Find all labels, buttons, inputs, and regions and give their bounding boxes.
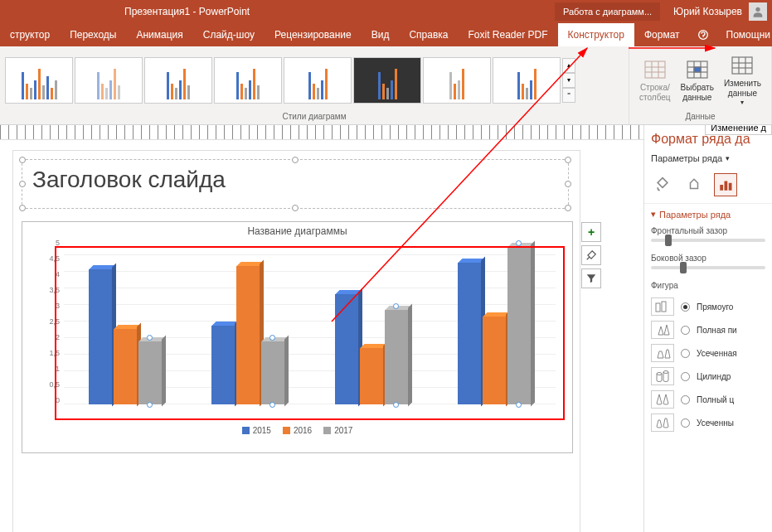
bar[interactable] — [114, 329, 137, 404]
gallery-more-icon[interactable]: ⁼ — [562, 88, 575, 103]
svg-rect-13 — [732, 57, 752, 74]
chart-style-7[interactable] — [423, 57, 491, 104]
tab-chart-format[interactable]: Формат — [634, 23, 690, 46]
bar[interactable] — [89, 269, 112, 404]
bar[interactable] — [236, 266, 260, 404]
bar[interactable] — [261, 341, 284, 404]
chart-style-3[interactable] — [144, 57, 212, 104]
tab-help[interactable]: Справка — [399, 23, 458, 46]
tooltip: Изменение д — [705, 125, 772, 135]
svg-rect-21 — [720, 185, 723, 191]
format-pane: Изменение д Формат ряда да Параметры ряд… — [643, 125, 772, 532]
slide-title-placeholder[interactable]: Заголовок слайда — [22, 159, 569, 209]
gallery-scroll-controls: ▴ ▾ ⁼ — [562, 58, 575, 103]
box-shape-icon — [651, 297, 674, 316]
tab-foxit[interactable]: Foxit Reader PDF — [458, 23, 557, 46]
bar[interactable] — [458, 263, 481, 404]
tab-assistant[interactable]: Помощни — [716, 23, 772, 46]
tell-me-icon[interactable] — [690, 23, 716, 46]
trunc-pyramid-shape-icon — [651, 344, 674, 362]
svg-rect-25 — [662, 302, 666, 312]
pyramid-shape-icon — [651, 321, 674, 339]
bar-cluster[interactable] — [89, 269, 162, 404]
ribbon-group-data: Строка/ столбец Выбрать данные Изменить … — [629, 46, 772, 124]
tab-chart-design[interactable]: Конструктор — [558, 23, 634, 46]
chart-tools-contextual-tab[interactable]: Работа с диаграмм... — [555, 2, 660, 21]
section-header-series[interactable]: ▾ Параметры ряда — [651, 209, 765, 220]
shape-label: Фигура — [651, 281, 765, 290]
switch-row-column-button: Строка/ столбец — [634, 55, 676, 106]
user-avatar-icon[interactable] — [749, 2, 767, 21]
tab-transitions[interactable]: Переходы — [60, 23, 126, 46]
ribbon-tabs: структор Переходы Анимация Слайд-шоу Рец… — [0, 23, 772, 46]
shape-option-full-cone[interactable]: Полный ц — [651, 388, 765, 411]
gallery-up-icon[interactable]: ▴ — [562, 58, 575, 73]
chart-title[interactable]: Название диаграммы — [22, 222, 572, 239]
chart-elements-button[interactable]: + — [581, 222, 601, 242]
chart-style-gallery — [5, 57, 561, 104]
bar[interactable] — [507, 247, 531, 404]
chart-legend[interactable]: 2015 2016 2017 — [22, 421, 572, 440]
bar-cluster[interactable] — [335, 294, 408, 404]
fill-line-tab-icon[interactable] — [651, 173, 674, 196]
svg-point-0 — [755, 7, 760, 12]
chart-style-1[interactable] — [5, 57, 73, 104]
chart-style-4[interactable] — [214, 57, 282, 104]
bar[interactable] — [385, 310, 408, 404]
user-name[interactable]: Юрий Козырев — [667, 6, 749, 17]
title-bar: Презентация1 - PowerPoint Работа с диагр… — [0, 0, 772, 23]
shape-option-partial-cone[interactable]: Усеченны — [651, 411, 765, 434]
slide[interactable]: Заголовок слайда Название диаграммы 00,5… — [12, 150, 580, 532]
bar[interactable] — [483, 317, 506, 404]
bar[interactable] — [360, 348, 383, 404]
shape-option-full-pyramid[interactable]: Полная пи — [651, 318, 765, 341]
chart-style-8[interactable] — [493, 57, 561, 104]
switch-row-column-icon — [643, 58, 667, 81]
chart-styles-button[interactable] — [581, 245, 601, 265]
shape-option-partial-pyramid[interactable]: Усеченная — [651, 341, 765, 365]
format-pane-subtitle[interactable]: Параметры ряда▾ — [644, 150, 772, 167]
app-title: Презентация1 - PowerPoint — [0, 6, 555, 17]
format-pane-tabs — [644, 167, 772, 203]
cone-shape-icon — [651, 390, 674, 409]
svg-rect-12 — [694, 67, 701, 72]
y-axis: 00,511,522,533,544,55 — [27, 239, 60, 404]
chart-style-6[interactable] — [353, 57, 421, 104]
tab-slideshow[interactable]: Слайд-шоу — [193, 23, 265, 46]
front-gap-slider[interactable]: Фронтальный зазор — [651, 226, 765, 242]
svg-rect-2 — [645, 61, 665, 78]
chart-filters-button[interactable] — [581, 268, 601, 288]
chart-style-2[interactable] — [75, 57, 143, 104]
select-data-icon — [686, 58, 709, 81]
chart-plot-area[interactable]: 00,511,522,533,544,55 — [22, 239, 572, 421]
chart-object[interactable]: Название диаграммы 00,511,522,533,544,55… — [22, 221, 573, 453]
effects-tab-icon[interactable] — [682, 173, 706, 196]
chart-style-5[interactable] — [284, 57, 352, 104]
gallery-down-icon[interactable]: ▾ — [562, 73, 575, 88]
bar-cluster[interactable] — [458, 247, 531, 404]
svg-point-26 — [657, 373, 662, 375]
chart-floating-buttons: + — [581, 222, 601, 288]
edit-data-button[interactable]: Изменить данные ▾ — [719, 51, 766, 110]
series-options-tab-icon[interactable] — [714, 173, 737, 196]
tab-view[interactable]: Вид — [362, 23, 400, 46]
slide-editor[interactable]: Заголовок слайда Название диаграммы 00,5… — [0, 125, 643, 532]
shape-option-cylinder[interactable]: Цилиндр — [651, 365, 765, 388]
side-gap-slider[interactable]: Боковой зазор — [651, 254, 765, 269]
cylinder-shape-icon — [651, 367, 674, 385]
bar[interactable] — [138, 341, 162, 404]
edit-data-icon — [731, 54, 754, 77]
select-data-button[interactable]: Выбрать данные — [676, 55, 719, 106]
bar[interactable] — [335, 294, 358, 404]
bar[interactable] — [211, 326, 235, 404]
workspace: Заголовок слайда Название диаграммы 00,5… — [0, 125, 772, 532]
tab-review[interactable]: Рецензирование — [265, 23, 362, 46]
bar-cluster[interactable] — [211, 266, 284, 404]
shape-option-box[interactable]: Прямоуго — [651, 295, 765, 318]
tab-constructor-partial[interactable]: структор — [0, 23, 60, 46]
svg-marker-20 — [691, 179, 698, 188]
ribbon-group-label-data: Данные — [634, 110, 766, 123]
svg-rect-22 — [725, 181, 728, 191]
ribbon-group-label-styles: Стили диаграмм — [5, 110, 624, 123]
tab-animation[interactable]: Анимация — [126, 23, 192, 46]
